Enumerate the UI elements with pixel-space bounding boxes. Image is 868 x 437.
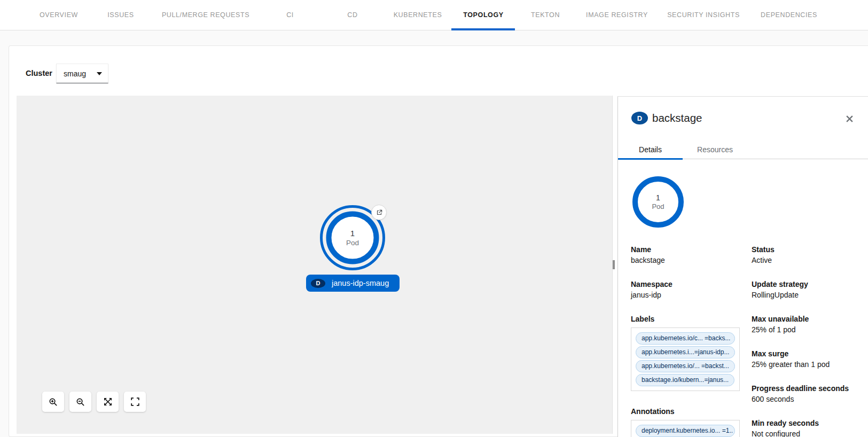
topology-canvas[interactable]: 1 Pod D janus-idp-smaug	[17, 96, 613, 434]
field-label: Max surge	[752, 348, 867, 359]
fullscreen-icon	[131, 397, 139, 406]
tab-overview[interactable]: OVERVIEW	[40, 0, 78, 30]
field-update-strategy: Update strategy RollingUpdate	[752, 279, 867, 300]
label-chip: backstage.io/kubern...=janus...	[636, 374, 734, 386]
label-chip: app.kubernetes.io/c... =backs...	[636, 332, 735, 345]
open-url-decorator[interactable]	[371, 205, 387, 220]
tab-pull-merge-requests[interactable]: PULL/MERGE REQUESTS	[162, 0, 249, 30]
zoom-in-button[interactable]	[42, 392, 64, 412]
field-label: Status	[752, 244, 867, 255]
field-label: Namespace	[631, 279, 744, 290]
pod-unit: Pod	[652, 202, 664, 211]
tab-image-registry[interactable]: IMAGE REGISTRY	[586, 0, 648, 30]
label-chip: app.kubernetes.i...=janus-idp...	[636, 346, 735, 358]
caret-down-icon	[97, 72, 102, 75]
details-column-right: Status Active Update strategy RollingUpd…	[752, 244, 867, 437]
field-labels: Labels app.kubernetes.io/c... =backs... …	[631, 314, 744, 391]
panel-resize-handle[interactable]	[613, 260, 615, 269]
active-tab-indicator	[451, 28, 515, 30]
field-label: Progress deadline seconds	[752, 383, 867, 394]
field-progress-deadline: Progress deadline seconds 600 seconds	[752, 383, 867, 404]
pod-donut-center: 1 Pod	[632, 176, 684, 228]
field-value: RollingUpdate	[752, 290, 867, 300]
zoom-in-icon	[49, 397, 58, 407]
close-icon	[846, 115, 854, 123]
fullscreen-button[interactable]	[124, 392, 146, 412]
field-value: Not configured	[752, 428, 867, 437]
label-chip: app.kubernetes.io/... =backst...	[636, 360, 735, 372]
field-max-surge: Max surge 25% greater than 1 pod	[752, 348, 867, 370]
node-name: janus-idp-smaug	[332, 279, 389, 287]
details-side-panel: D backstage Details Resources 1 Pod Name…	[617, 96, 868, 437]
fit-to-screen-icon	[104, 397, 112, 406]
tab-ci[interactable]: CI	[286, 0, 294, 30]
field-value: 600 seconds	[752, 394, 867, 404]
details-column-left: Name backstage Namespace janus-idp Label…	[631, 244, 744, 437]
annotation-chip: deployment.kubernetes.io... =1..	[636, 425, 735, 437]
tab-topology[interactable]: TOPOLOGY	[463, 0, 503, 30]
external-link-icon	[376, 209, 383, 216]
panel-title: backstage	[652, 111, 702, 125]
tab-dependencies[interactable]: DEPENDENCIES	[761, 0, 817, 30]
field-max-unavailable: Max unavailable 25% of 1 pod	[752, 314, 867, 335]
field-value: backstage	[631, 255, 744, 266]
close-panel-button[interactable]	[843, 113, 855, 124]
tab-cd[interactable]: CD	[347, 0, 357, 30]
cluster-select[interactable]: smaug	[56, 64, 108, 83]
field-value: Active	[752, 255, 867, 266]
field-name: Name backstage	[631, 244, 744, 266]
panel-tab-bar: Details Resources	[618, 139, 868, 159]
annotations-box: deployment.kubernetes.io... =1..	[631, 420, 740, 437]
cluster-label: Cluster	[26, 69, 52, 77]
cluster-select-value: smaug	[64, 69, 86, 78]
field-label: Name	[631, 244, 744, 255]
field-status: Status Active	[752, 244, 867, 266]
topology-control-bar	[42, 392, 146, 412]
deployment-badge: D	[631, 112, 648, 124]
topology-page: OVERVIEW ISSUES PULL/MERGE REQUESTS CI C…	[0, 0, 868, 437]
tab-security-insights[interactable]: SECURITY INSIGHTS	[667, 0, 740, 30]
field-label: Min ready seconds	[752, 418, 867, 428]
field-min-ready-seconds: Min ready seconds Not configured	[752, 418, 867, 437]
field-value: 25% greater than 1 pod	[752, 359, 867, 370]
zoom-out-button[interactable]	[69, 392, 91, 412]
field-label: Max unavailable	[752, 314, 867, 324]
zoom-out-icon	[76, 397, 85, 407]
annotations-heading: Annotations	[631, 406, 744, 417]
tab-tekton[interactable]: TEKTON	[531, 0, 560, 30]
panel-tab-details[interactable]: Details	[618, 139, 683, 159]
labels-box: app.kubernetes.io/c... =backs... app.kub…	[631, 327, 740, 391]
field-annotations: Annotations deployment.kubernetes.io... …	[631, 406, 744, 437]
field-label: Update strategy	[752, 279, 867, 290]
node-label[interactable]: D janus-idp-smaug	[306, 275, 400, 292]
fit-to-screen-button[interactable]	[97, 392, 119, 412]
labels-heading: Labels	[631, 314, 744, 324]
field-value: 25% of 1 pod	[752, 324, 867, 335]
tab-issues[interactable]: ISSUES	[107, 0, 134, 30]
panel-tab-resources[interactable]: Resources	[683, 139, 747, 159]
tab-kubernetes[interactable]: KUBERNETES	[394, 0, 442, 30]
field-value: janus-idp	[631, 290, 744, 300]
deployment-badge: D	[311, 279, 325, 288]
field-namespace: Namespace janus-idp	[631, 279, 744, 300]
entity-tab-bar: OVERVIEW ISSUES PULL/MERGE REQUESTS CI C…	[0, 0, 868, 30]
pod-count: 1	[656, 193, 660, 202]
